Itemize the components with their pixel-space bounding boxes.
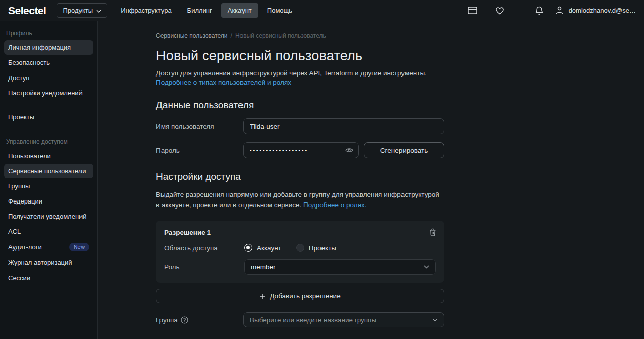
sidebar: Профиль Личная информация Безопасность Д… — [0, 21, 98, 339]
sidebar-item-auth-journal[interactable]: Журнал авторизаций — [4, 255, 93, 270]
sidebar-item-users[interactable]: Пользователи — [4, 149, 93, 163]
radio-selected-icon — [244, 244, 252, 252]
role-selected-value: member — [251, 263, 276, 271]
sidebar-divider — [4, 129, 93, 129]
password-row: Пароль •••••••••••••••••• Сгенерировать — [156, 142, 444, 158]
scope-row: Область доступа Аккаунт Проекты — [164, 244, 436, 252]
radio-unselected-icon — [296, 244, 304, 252]
access-settings-heading: Настройки доступа — [156, 171, 444, 182]
help-question-icon[interactable] — [181, 316, 188, 324]
sidebar-item-notification-recipients[interactable]: Получатели уведомлений — [4, 209, 93, 224]
selectel-logo[interactable]: Selectel — [8, 5, 46, 17]
group-row: Группа Выберите или введите название гру… — [156, 312, 444, 327]
topbar: Selectel Продукты Инфраструктура Биллинг… — [0, 0, 644, 21]
group-select[interactable]: Выберите или введите название группы — [243, 312, 444, 327]
permission-card: Разрешение 1 Область доступа Аккаунт — [156, 221, 444, 283]
favorites-heart-icon[interactable] — [494, 5, 505, 16]
plus-icon — [260, 293, 266, 299]
products-menu-label: Продукты — [63, 7, 93, 14]
scope-option-account[interactable]: Аккаунт — [244, 244, 281, 252]
breadcrumb-separator: / — [231, 32, 232, 39]
generate-password-button[interactable]: Сгенерировать — [364, 142, 444, 158]
breadcrumb: Сервисные пользователи / Новый сервисный… — [156, 32, 444, 39]
sidebar-item-groups[interactable]: Группы — [4, 179, 93, 193]
sidebar-item-security[interactable]: Безопасность — [4, 55, 93, 70]
account-person-icon[interactable] — [554, 5, 566, 16]
breadcrumb-current: Новый сервисный пользователь — [235, 32, 326, 39]
roles-link[interactable]: Подробнее о ролях. — [303, 200, 366, 210]
sidebar-section-access-management: Управление доступом — [0, 134, 97, 148]
sidebar-item-audit-logs[interactable]: Аудит-логи New — [4, 239, 93, 255]
nav-infrastructure[interactable]: Инфраструктура — [114, 3, 178, 18]
user-types-roles-link[interactable]: Подробнее о типах пользователей и ролях — [156, 79, 291, 86]
chevron-down-icon — [96, 7, 101, 14]
chevron-down-icon — [432, 318, 438, 322]
sidebar-item-acl[interactable]: ACL — [4, 224, 93, 239]
add-permission-button[interactable]: Добавить разрешение — [156, 289, 444, 303]
role-select[interactable]: member — [244, 259, 436, 275]
group-placeholder: Выберите или введите название группы — [250, 316, 376, 324]
sidebar-item-sessions[interactable]: Сессии — [4, 270, 93, 285]
scope-option-projects[interactable]: Проекты — [296, 244, 336, 252]
notifications-bell-icon[interactable] — [534, 5, 545, 16]
group-label: Группа — [156, 316, 178, 324]
billing-card-icon[interactable] — [467, 5, 478, 16]
nav-account[interactable]: Аккаунт — [221, 3, 258, 18]
topbar-right: domlodzhanov.d@se… — [467, 0, 636, 21]
sidebar-item-projects[interactable]: Проекты — [4, 110, 93, 124]
account-email[interactable]: domlodzhanov.d@se… — [569, 7, 636, 14]
sidebar-item-service-users[interactable]: Сервисные пользователи — [4, 164, 93, 178]
username-row: Имя пользователя — [156, 118, 444, 134]
sidebar-item-notification-settings[interactable]: Настройки уведомлений — [4, 86, 93, 100]
password-masked-value: •••••••••••••••••• — [250, 148, 345, 153]
sidebar-item-federations[interactable]: Федерации — [4, 194, 93, 209]
sidebar-section-profile: Профиль — [0, 26, 97, 40]
role-label: Роль — [164, 263, 244, 271]
nav-billing[interactable]: Биллинг — [181, 3, 219, 18]
page-title: Новый сервисный пользователь — [156, 48, 444, 64]
scope-label: Область доступа — [164, 244, 244, 252]
products-menu-button[interactable]: Продукты — [57, 3, 107, 18]
access-settings-description: Выдайте разрешения напрямую или добавьте… — [156, 190, 444, 210]
topbar-nav: Инфраструктура Биллинг Аккаунт Помощь — [114, 3, 301, 18]
show-password-eye-icon[interactable] — [345, 147, 353, 153]
username-label: Имя пользователя — [156, 123, 243, 130]
sidebar-item-personal-info[interactable]: Личная информация — [4, 40, 93, 55]
password-label: Пароль — [156, 147, 243, 154]
main-content: Сервисные пользователи / Новый сервисный… — [98, 21, 644, 339]
chevron-down-icon — [424, 265, 429, 269]
permission-card-title: Разрешение 1 — [164, 229, 211, 236]
role-row: Роль member — [164, 259, 436, 275]
page-subtitle: Доступ для управления инфраструктурой че… — [156, 68, 444, 78]
sidebar-divider — [4, 105, 93, 105]
nav-help[interactable]: Помощь — [261, 3, 299, 18]
sidebar-item-access[interactable]: Доступ — [4, 71, 93, 85]
breadcrumb-service-users[interactable]: Сервисные пользователи — [156, 32, 228, 39]
password-input[interactable]: •••••••••••••••••• — [243, 142, 359, 158]
delete-permission-trash-icon[interactable] — [429, 228, 436, 236]
username-input[interactable] — [243, 118, 444, 134]
new-badge: New — [69, 243, 89, 251]
user-data-heading: Данные пользователя — [156, 100, 444, 111]
